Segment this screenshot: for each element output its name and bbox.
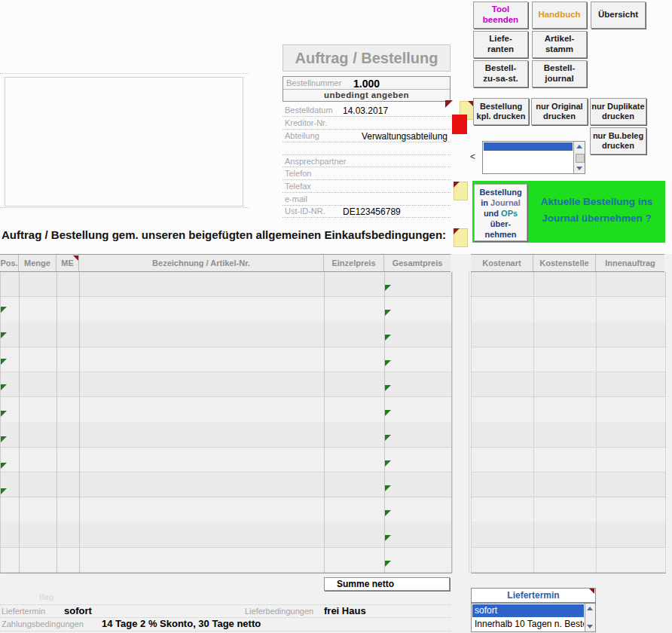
lieferbedingungen-value[interactable]: frei Haus: [324, 605, 366, 616]
col-header-innenauftrag: Innenauftrag: [596, 255, 664, 271]
grid-line: [324, 272, 325, 573]
liefertermin-value[interactable]: sofort: [64, 605, 92, 616]
green-error-indicator-icon: [1, 488, 7, 494]
cost-table-body[interactable]: [471, 272, 666, 573]
liefertermin-label: Liefertermin: [2, 607, 45, 616]
green-error-indicator-icon: [1, 436, 7, 442]
journal-button-line: und: [484, 209, 501, 218]
grid-dotted-line: [469, 272, 469, 573]
scroll-up-icon[interactable]: [587, 607, 593, 610]
field-label: Ust-ID-NR.: [285, 206, 325, 216]
grid-dotted-line: [596, 272, 597, 573]
grid-line: [384, 272, 385, 573]
zahlungsbedingungen-value[interactable]: 14 Tage 2 % Skonto, 30 Tage netto: [102, 618, 261, 629]
summe-netto-box: Summe netto: [324, 577, 450, 591]
green-error-indicator-icon: [1, 307, 7, 313]
print-original-button[interactable]: nur Original drucken: [531, 98, 588, 125]
journal-button-line: über-: [490, 219, 512, 228]
field-label: Kreditor-Nr.: [285, 118, 327, 127]
col-header-kostenstelle: Kostenstelle: [533, 255, 596, 271]
journal-button-line: Journal: [490, 198, 521, 207]
green-error-indicator-icon: [1, 411, 7, 417]
grid-line: [79, 272, 80, 573]
order-number-box[interactable]: Bestellnummer 1.000 unbedingt angeben: [283, 76, 451, 102]
address-input-box[interactable]: [5, 77, 243, 206]
red-comment-indicator-icon: [73, 255, 78, 261]
faint-remnant-text: tlag: [39, 592, 54, 601]
scrollbar-thumb[interactable]: [576, 154, 585, 163]
bestelljournal-button[interactable]: Bestell- journal: [532, 60, 587, 87]
red-comment-indicator-icon: [589, 589, 594, 594]
field-row-telefon[interactable]: Telefon: [283, 167, 451, 180]
green-error-indicator-icon: [385, 310, 391, 316]
journal-button-line: in: [481, 198, 490, 207]
liefertermin-option[interactable]: Innerhalb 10 Tagen n. Beste: [472, 618, 584, 631]
field-label: Ansprechpartner: [285, 157, 346, 166]
spreadsheet-canvas: Auftrag / Bestellung Bestellnummer 1.000…: [0, 0, 672, 633]
green-error-indicator-icon: [385, 485, 391, 491]
scroll-down-icon[interactable]: [587, 625, 593, 628]
bestell-zusammenstellung-button[interactable]: Bestell- zu-sa-st.: [473, 60, 528, 87]
listbox-scrollbar[interactable]: [585, 604, 595, 631]
field-row-abteilung[interactable]: Abteilung Verwaltungsabteilung: [283, 130, 451, 142]
journal-button-line: Bestellung: [479, 188, 521, 197]
field-label: e-mail: [285, 194, 307, 203]
grid-dotted-line: [533, 272, 534, 573]
grid-line: [19, 272, 20, 573]
col-header-kostenart: Kostenart: [471, 255, 533, 271]
field-value[interactable]: DE123456789: [343, 206, 401, 217]
green-error-indicator-icon: [1, 463, 7, 469]
order-number-value[interactable]: 1.000: [283, 78, 450, 90]
lieferbedingungen-label: Lieferbedingungen: [245, 607, 313, 616]
form-title: Auftrag / Bestellung: [283, 44, 451, 72]
liefertermin-option-selected[interactable]: sofort: [472, 604, 584, 617]
green-error-indicator-icon: [385, 510, 391, 516]
selection-listbox[interactable]: [482, 141, 585, 174]
order-number-row: Bestellnummer 1.000: [283, 77, 450, 90]
green-error-indicator-icon: [1, 332, 7, 338]
field-row-kreditor-nr[interactable]: Kreditor-Nr.: [283, 117, 451, 130]
field-value[interactable]: Verwaltungsabteilung: [362, 131, 447, 142]
field-label: Telefax: [285, 182, 311, 191]
grid-dotted-line: [0, 207, 249, 208]
zahlungsbedingungen-label: Zahlungsbedingungen: [2, 619, 84, 628]
artikelstamm-button[interactable]: Artikel- stamm: [532, 31, 587, 58]
print-complete-button[interactable]: Bestellung kpl. drucken: [473, 98, 529, 125]
field-row-ansprechpartner[interactable]: Ansprechpartner: [283, 154, 451, 167]
handbuch-button[interactable]: Handbuch: [532, 2, 587, 29]
red-corner-icon: [454, 182, 460, 188]
green-error-indicator-icon: [385, 410, 391, 416]
uebersicht-button[interactable]: Übersicht: [591, 2, 646, 29]
cost-table-header: Kostenart Kostenstelle Innenauftrag: [471, 254, 664, 272]
green-error-indicator-icon: [385, 535, 391, 541]
green-error-indicator-icon: [385, 335, 391, 341]
green-error-indicator-icon: [385, 360, 391, 366]
scroll-up-icon[interactable]: [576, 145, 582, 148]
green-error-indicator-icon: [385, 460, 391, 466]
liefertermin-panel-title: Liefertermin: [471, 588, 596, 603]
field-row-bestelldatum[interactable]: Bestelldatum 14.03.2017: [283, 104, 451, 117]
field-row-email[interactable]: e-mail: [283, 193, 451, 206]
red-marker-icon: [452, 115, 467, 134]
grid-line: [57, 272, 57, 573]
field-value[interactable]: 14.03.2017: [343, 106, 388, 116]
lieferanten-button[interactable]: Liefe- ranten: [473, 31, 528, 58]
field-row-telefax[interactable]: Telefax: [283, 180, 451, 193]
green-error-indicator-icon: [385, 561, 391, 567]
print-booking-voucher-button[interactable]: nur Bu.beleg drucken: [590, 127, 646, 154]
col-header-bezeichnung: Bezeichnung / Artikel-Nr.: [79, 255, 324, 271]
field-row-ust-id[interactable]: Ust-ID-NR. DE123456789: [283, 205, 451, 218]
grid-dotted-line: [452, 272, 453, 573]
print-duplicates-button[interactable]: nur Duplikate drucken: [590, 98, 646, 125]
field-label: Telefon: [285, 169, 311, 178]
order-number-hint: unbedingt angeben: [283, 90, 450, 99]
red-comment-indicator-icon: [445, 100, 453, 108]
col-header-gesamtpreis: Gesamtpreis: [384, 255, 451, 271]
liefertermin-listbox[interactable]: sofort Innerhalb 10 Tagen n. Beste: [471, 603, 596, 632]
col-header-pos: Pos.: [0, 255, 19, 271]
green-error-indicator-icon: [1, 384, 7, 390]
selected-row-highlight[interactable]: [484, 142, 573, 151]
scroll-down-icon[interactable]: [576, 167, 582, 170]
tool-beenden-button[interactable]: Tool beenden: [473, 2, 528, 29]
listbox-scrollbar[interactable]: [573, 142, 585, 173]
